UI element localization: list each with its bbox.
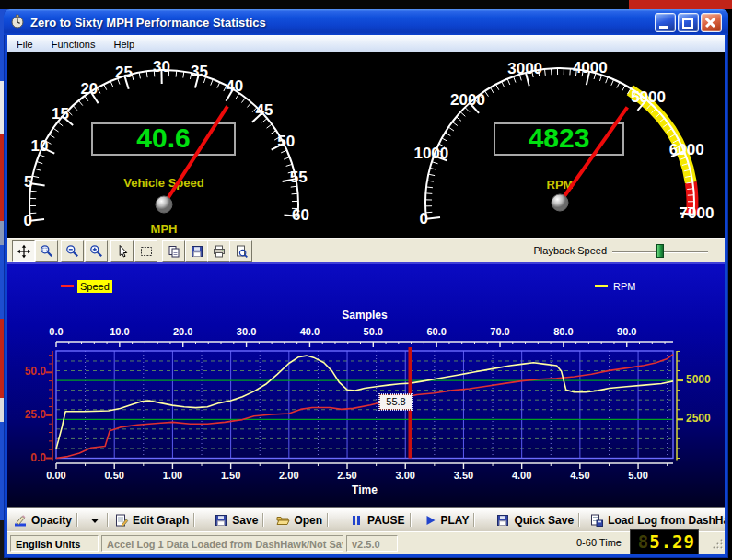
legend-rpm[interactable]: RPM	[595, 279, 637, 293]
statusbar: English Units Accel Log 1 Data Loaded fr…	[7, 531, 725, 554]
resize-grip[interactable]	[712, 538, 724, 552]
edit-graph-label: Edit Graph	[133, 514, 189, 527]
open-button[interactable]: Open	[273, 510, 324, 531]
app-icon-stopwatch	[10, 14, 25, 31]
background-top-strip	[0, 0, 732, 9]
svg-text:0.50: 0.50	[104, 470, 123, 481]
edit-graph-icon	[114, 513, 129, 528]
pan-icon	[17, 244, 31, 259]
print-button[interactable]	[207, 240, 230, 262]
toolbar-separator	[473, 513, 474, 527]
copy-button[interactable]	[162, 240, 185, 262]
open-label: Open	[294, 514, 322, 527]
load-log-button[interactable]: Load Log from DashHawk	[587, 510, 725, 531]
load-log-label: Load Log from DashHawk	[608, 514, 725, 527]
graph-panel: Speed RPM 0.010.020.030.040.050.060.070.…	[7, 262, 725, 508]
svg-text:10.0: 10.0	[110, 326, 129, 337]
client-area: 05101520253035404550556040.6Vehicle Spee…	[7, 52, 725, 554]
svg-text:60: 60	[292, 206, 309, 224]
zoom-in-icon	[89, 244, 104, 259]
select-button[interactable]	[134, 240, 157, 262]
svg-text:0: 0	[23, 212, 31, 229]
gauges-canvas: 05101520253035404550556040.6Vehicle Spee…	[7, 52, 725, 238]
menu-file[interactable]: File	[7, 39, 42, 50]
svg-text:0: 0	[419, 210, 427, 228]
svg-text:5.00: 5.00	[628, 470, 647, 481]
zoom-out-icon	[65, 244, 80, 259]
svg-text:Vehicle Speed: Vehicle Speed	[123, 176, 203, 190]
zero-to-sixty-display: 8 5.29	[630, 529, 699, 554]
edit-graph-button[interactable]: Edit Graph	[112, 510, 191, 531]
toolbar-separator	[193, 513, 194, 527]
svg-text:5: 5	[24, 173, 32, 191]
svg-text:80.0: 80.0	[553, 326, 573, 337]
print-preview-button[interactable]	[229, 240, 252, 262]
toolbar-separator	[107, 513, 108, 527]
playback-speed-slider-thumb[interactable]	[656, 244, 664, 258]
play-button[interactable]: PLAY	[421, 510, 471, 531]
svg-text:2.50: 2.50	[337, 470, 356, 481]
save-plot-button[interactable]	[185, 240, 208, 262]
svg-text:30: 30	[153, 58, 170, 76]
svg-text:50.0: 50.0	[364, 326, 383, 337]
display-value: 5.29	[649, 531, 695, 552]
background-red-window-edge	[629, 0, 732, 9]
close-button[interactable]	[701, 13, 722, 32]
rpm-line-swatch	[595, 285, 608, 287]
svg-text:20.0: 20.0	[173, 326, 192, 337]
titlebar[interactable]: Zero to Sixty MPH Performance Statistics	[4, 9, 728, 35]
speed-line-swatch	[61, 285, 74, 287]
svg-text:2000: 2000	[450, 91, 485, 109]
legend-speed[interactable]: Speed	[61, 279, 112, 293]
save-icon	[190, 244, 204, 259]
opacity-label: Opacity	[31, 514, 72, 527]
svg-text:0.0: 0.0	[49, 326, 63, 337]
opacity-dropdown-button[interactable]	[86, 510, 104, 531]
svg-text:25.0: 25.0	[25, 408, 47, 421]
quick-save-button[interactable]: Quick Save	[494, 510, 575, 531]
quick-save-label: Quick Save	[514, 514, 574, 527]
minimize-button[interactable]	[655, 13, 676, 32]
pause-button[interactable]: PAUSE	[347, 510, 406, 531]
chart-canvas[interactable]: 0.010.020.030.040.050.060.070.080.090.0S…	[7, 264, 725, 508]
svg-text:60.0: 60.0	[426, 326, 446, 337]
toolbar-separator	[410, 513, 411, 527]
pan-button[interactable]	[12, 240, 35, 262]
window-title: Zero to Sixty MPH Performance Statistics	[30, 16, 655, 29]
maximize-button[interactable]	[678, 13, 699, 32]
svg-text:MPH: MPH	[151, 222, 178, 236]
load-log-icon	[589, 513, 604, 528]
play-icon	[423, 513, 437, 528]
svg-text:40.0: 40.0	[300, 326, 320, 337]
toolbar-separator	[262, 513, 263, 527]
playback-speed-label: Playback Speed	[529, 245, 607, 256]
svg-text:2500: 2500	[686, 412, 711, 425]
speed-series-line	[56, 355, 673, 459]
display-ghost-digit: 8	[638, 531, 649, 552]
zoom-window-button[interactable]	[35, 240, 58, 262]
svg-text:90.0: 90.0	[617, 326, 636, 337]
menu-help[interactable]: Help	[104, 39, 144, 50]
svg-text:10: 10	[30, 137, 48, 155]
status-units: English Units	[10, 535, 99, 552]
floppy-icon	[214, 513, 228, 528]
cursor-button[interactable]	[110, 240, 134, 262]
pause-label: PAUSE	[367, 514, 404, 527]
svg-text:3000: 3000	[507, 60, 542, 77]
cursor-icon	[115, 244, 130, 259]
svg-text:4823: 4823	[529, 122, 590, 153]
svg-text:4.50: 4.50	[570, 470, 589, 481]
svg-text:20: 20	[80, 80, 98, 98]
select-icon	[139, 244, 154, 259]
svg-text:4.00: 4.00	[512, 470, 531, 481]
zoom-out-button[interactable]	[61, 240, 84, 262]
zoom-in-button[interactable]	[85, 240, 108, 262]
menu-functions[interactable]: Functions	[42, 39, 105, 50]
save-button[interactable]: Save	[212, 510, 260, 531]
opacity-button[interactable]: Opacity	[11, 510, 74, 531]
svg-text:40: 40	[226, 77, 243, 95]
pause-icon	[349, 513, 364, 528]
toolbar-separator	[578, 513, 579, 527]
menubar: File Functions Help	[7, 35, 725, 52]
copy-icon	[167, 244, 181, 259]
